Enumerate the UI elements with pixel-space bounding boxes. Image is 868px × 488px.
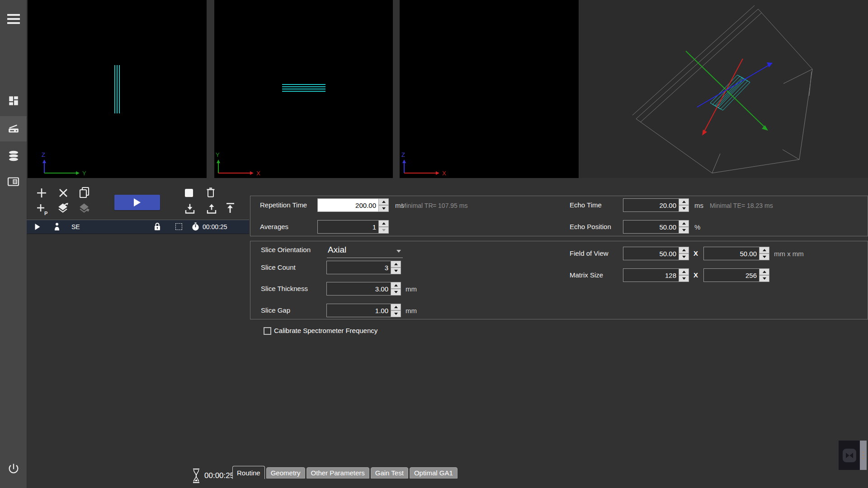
spin-down[interactable] (391, 267, 401, 274)
spin-up[interactable] (391, 261, 401, 267)
slice-line[interactable] (282, 89, 326, 89)
spin-down[interactable] (391, 289, 401, 296)
database-icon[interactable] (0, 150, 27, 162)
repetition-time-field[interactable]: 200.00 (317, 198, 389, 212)
selection-box-icon[interactable] (175, 223, 182, 230)
slice-line[interactable] (114, 65, 115, 113)
spin-down[interactable] (379, 205, 389, 212)
matrix-separator: X (693, 271, 698, 279)
slice-line[interactable] (119, 65, 120, 113)
echo-time-label: Echo Time (570, 201, 602, 209)
power-icon[interactable] (0, 462, 27, 475)
sequence-duration: 00:00:25 (203, 223, 227, 230)
spin-up[interactable] (679, 220, 689, 227)
tab-gain-test[interactable]: Gain Test (371, 467, 408, 479)
elapsed-time: 00:00:25 (204, 471, 234, 480)
minimal-te-value: = 18.23 ms (741, 202, 773, 209)
fov-y-value[interactable]: 50.00 (703, 247, 760, 260)
viewport-coronal[interactable]: Y X (214, 0, 393, 178)
slice-line[interactable] (117, 65, 118, 113)
slice-line[interactable] (282, 84, 326, 85)
drag-handle[interactable] (860, 441, 867, 470)
slice-count-field[interactable]: 3 (326, 261, 401, 274)
sequence-play-icon[interactable] (34, 223, 41, 230)
spin-up[interactable] (391, 282, 401, 289)
averages-label: Averages (260, 223, 288, 230)
duplicate-button[interactable] (78, 186, 90, 199)
spin-down[interactable] (760, 253, 769, 260)
fov-x-field[interactable]: 50.00 (623, 247, 689, 260)
slice-orientation-value: Axial (328, 245, 346, 255)
echo-time-field[interactable]: 20.00 (623, 198, 689, 212)
matrix-x-value[interactable]: 128 (623, 268, 679, 282)
spin-up[interactable] (679, 247, 689, 253)
dashboard-icon[interactable] (0, 95, 27, 107)
support-widget-body[interactable] (839, 441, 860, 470)
spin-down[interactable] (679, 227, 689, 234)
minimal-tr-value: = 107.95 ms (433, 202, 467, 209)
calibrate-checkbox[interactable] (264, 327, 271, 335)
fov-x-value[interactable]: 50.00 (623, 247, 679, 260)
matrix-x-field[interactable]: 128 (623, 268, 689, 282)
upload-button[interactable] (206, 203, 217, 215)
slice-gap-unit: mm (406, 307, 417, 314)
spin-up[interactable] (391, 304, 401, 310)
slice-orientation-dropdown[interactable]: Axial (327, 244, 403, 258)
download-button[interactable] (184, 203, 196, 215)
slice-thickness-value[interactable]: 3.00 (326, 282, 391, 296)
slice-gap-field[interactable]: 1.00 (326, 304, 401, 317)
slice-line[interactable] (282, 91, 326, 92)
echo-time-value[interactable]: 20.00 (623, 198, 679, 212)
viewport-3d[interactable] (579, 0, 868, 178)
spin-up[interactable] (760, 247, 769, 253)
spin-up[interactable] (760, 268, 769, 275)
scanner-icon[interactable] (0, 123, 27, 135)
viewport-sagittal[interactable]: Z Y (28, 0, 207, 178)
slice-line[interactable] (282, 86, 326, 87)
sequence-row[interactable]: SE 00:00:25 (27, 220, 249, 234)
svg-text:Y: Y (82, 170, 86, 177)
echo-position-field[interactable]: 50.00 (623, 220, 689, 234)
upload-top-button[interactable] (224, 202, 236, 215)
minimal-te-label: Minimal TE (710, 202, 741, 209)
echo-position-value[interactable]: 50.00 (623, 220, 679, 234)
tab-routine[interactable]: Routine (232, 466, 265, 479)
slice-gap-value[interactable]: 1.00 (326, 304, 391, 317)
averages-value[interactable]: 1 (317, 220, 379, 234)
spin-up[interactable] (679, 268, 689, 275)
lock-icon[interactable] (154, 222, 161, 231)
tab-optimal-ga1[interactable]: Optimal GA1 (410, 467, 458, 479)
echo-position-unit: % (694, 223, 700, 231)
registration-card-icon[interactable] (0, 176, 27, 187)
run-button[interactable] (114, 195, 160, 210)
support-widget[interactable] (839, 441, 867, 470)
slice-thickness-field[interactable]: 3.00 (326, 282, 401, 296)
spin-down[interactable] (679, 275, 689, 282)
spin-down[interactable] (679, 205, 689, 212)
spin-up[interactable] (679, 198, 689, 205)
add-protocol-button[interactable]: P (36, 202, 48, 216)
spin-down[interactable] (391, 310, 401, 317)
stop-button[interactable] (184, 188, 194, 198)
repetition-time-value[interactable]: 200.00 (317, 198, 379, 212)
tab-geometry[interactable]: Geometry (266, 467, 305, 479)
viewport-axial[interactable]: Z X (400, 0, 579, 178)
add-button[interactable] (36, 187, 47, 199)
spin-down[interactable] (679, 253, 689, 260)
chevron-down-icon (396, 250, 401, 253)
svg-text:Y: Y (216, 151, 220, 158)
spin-up[interactable] (379, 220, 389, 227)
menu-icon[interactable] (0, 14, 27, 24)
matrix-y-value[interactable]: 256 (703, 268, 760, 282)
close-button[interactable] (57, 187, 69, 199)
slice-count-value[interactable]: 3 (326, 261, 391, 274)
spin-down[interactable] (760, 275, 769, 282)
averages-field[interactable]: 1 (317, 220, 389, 234)
matrix-y-field[interactable]: 256 (703, 268, 769, 282)
spin-up[interactable] (379, 198, 389, 205)
fov-y-field[interactable]: 50.00 (703, 247, 769, 260)
delete-button[interactable] (205, 187, 217, 199)
tab-other-parameters[interactable]: Other Parameters (307, 467, 369, 479)
export-layers-button[interactable] (57, 202, 69, 214)
spin-down[interactable] (379, 227, 389, 234)
